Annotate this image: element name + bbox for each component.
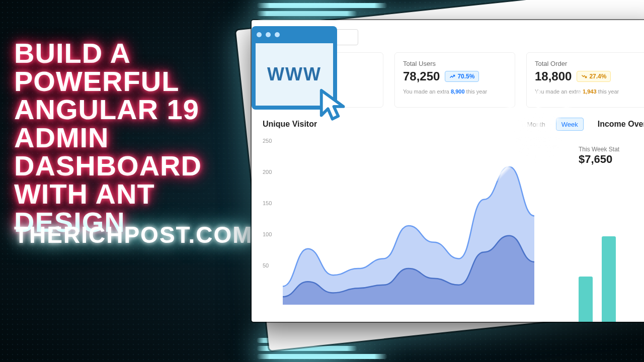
visitor-range-toggle: Month Week Income Overvi: [522, 118, 644, 131]
income-panel: This Week Stat $7,650 Mo Tu: [574, 146, 644, 322]
trend-down-icon: [581, 73, 587, 79]
stat-card-1-label: Total Users: [403, 60, 507, 67]
income-bars: [579, 211, 644, 322]
unique-visitor-title: Unique Visitor: [263, 120, 317, 129]
toggle-month[interactable]: Month: [522, 118, 551, 131]
stat-card-total-order: Total Order 18,800 27.4% You made an ext…: [526, 52, 644, 108]
income-bar: [602, 236, 616, 322]
income-overview-title: Income Overvi: [598, 120, 644, 129]
stat-card-1-badge: 70.5%: [445, 71, 479, 82]
stat-card-2-label: Total Order: [535, 60, 638, 67]
stat-card-1-value: 78,250: [403, 69, 440, 83]
stat-card-1-extra: You made an extra 8,900 this year: [403, 88, 507, 95]
income-bar: [579, 277, 593, 322]
cursor-icon: [317, 87, 352, 125]
www-browser-icon: WWW: [252, 39, 337, 110]
income-stat-value: $7,650: [579, 153, 644, 166]
promo-headline: BUILD A POWERFUL ANGULAR 19 ADMIN DASHBO…: [14, 39, 256, 236]
promo-site-url: THERICHPOST.COM: [14, 221, 253, 248]
stat-card-total-users: Total Users 78,250 70.5% You made an ext…: [394, 52, 515, 108]
trend-up-icon: [449, 73, 455, 79]
toggle-week[interactable]: Week: [556, 118, 584, 131]
income-stat-label: This Week Stat: [579, 146, 644, 153]
unique-visitor-chart: 250 200 150 100 50: [263, 134, 534, 305]
stat-card-2-value: 18,800: [535, 69, 572, 83]
stat-card-2-badge: 27.4%: [577, 71, 611, 82]
stat-card-2-extra: You made an extra 1,943 this year: [535, 88, 638, 95]
